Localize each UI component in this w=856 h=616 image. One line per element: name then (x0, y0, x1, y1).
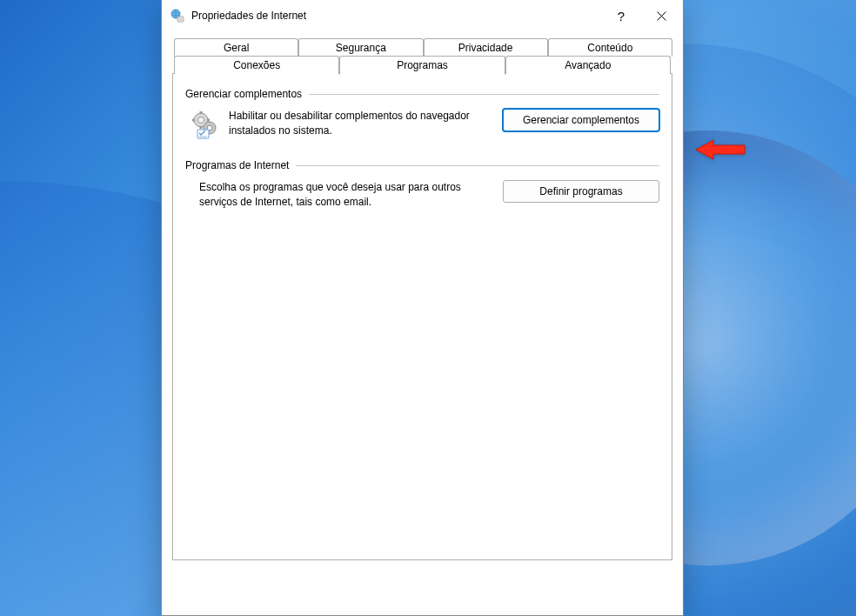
svg-rect-7 (200, 111, 203, 114)
separator-line (309, 94, 659, 95)
programs-description: Escolha os programas que você deseja usa… (199, 180, 494, 210)
tab-panel-programas: Gerenciar complementos (172, 73, 672, 560)
tab-label: Conexões (233, 59, 280, 71)
tab-label: Avançado (565, 59, 611, 71)
addons-description: Habilitar ou desabilitar complementos do… (229, 109, 494, 138)
tab-avancado[interactable]: Avançado (505, 56, 671, 74)
titlebar: Propriedades de Internet ? (162, 0, 683, 31)
callout-arrow (694, 137, 748, 163)
tab-control: Geral Segurança Privacidade Conteúdo Con… (172, 38, 672, 560)
tab-label: Segurança (336, 42, 386, 54)
manage-addons-button[interactable]: Gerenciar complementos (503, 109, 659, 131)
close-button[interactable] (641, 2, 681, 30)
group-body-addons: Habilitar ou desabilitar complementos do… (185, 109, 659, 140)
svg-rect-8 (200, 126, 203, 129)
tab-conteudo[interactable]: Conteúdo (548, 38, 672, 57)
dialog-content: Geral Segurança Privacidade Conteúdo Con… (162, 31, 683, 615)
tab-privacidade[interactable]: Privacidade (424, 38, 548, 57)
svg-rect-14 (197, 130, 209, 138)
tab-label: Geral (224, 42, 249, 54)
group-body-programs: Escolha os programas que você deseja usa… (185, 180, 659, 210)
group-header-addons: Gerenciar complementos (185, 88, 659, 100)
addons-gear-icon (191, 110, 220, 140)
tab-conexoes[interactable]: Conexões (174, 56, 339, 74)
svg-rect-1 (177, 17, 184, 22)
svg-point-11 (198, 117, 204, 124)
svg-rect-10 (207, 119, 210, 122)
group-header-programs: Programas de Internet (185, 159, 659, 171)
set-programs-button[interactable]: Definir programas (503, 180, 659, 203)
tab-seguranca[interactable]: Segurança (298, 38, 423, 57)
red-arrow-icon (694, 137, 748, 163)
window-title: Propriedades de Internet (191, 10, 601, 22)
svg-rect-9 (192, 119, 195, 122)
tab-geral[interactable]: Geral (174, 38, 298, 57)
help-button[interactable]: ? (601, 2, 641, 30)
internet-properties-dialog: Propriedades de Internet ? Geral Seguran… (161, 0, 684, 616)
tab-programas[interactable]: Programas (339, 56, 505, 75)
tab-label: Conteúdo (587, 42, 632, 54)
tab-label: Programas (397, 59, 448, 71)
tab-label: Privacidade (458, 42, 513, 54)
separator-line (296, 165, 659, 166)
tabs-row-lower: Conexões Programas Avançado (172, 56, 672, 74)
group-title: Gerenciar complementos (185, 88, 309, 100)
group-title: Programas de Internet (185, 159, 296, 171)
internet-options-icon (171, 9, 184, 23)
tabs-row-upper: Geral Segurança Privacidade Conteúdo (172, 38, 672, 57)
close-icon (657, 11, 666, 21)
